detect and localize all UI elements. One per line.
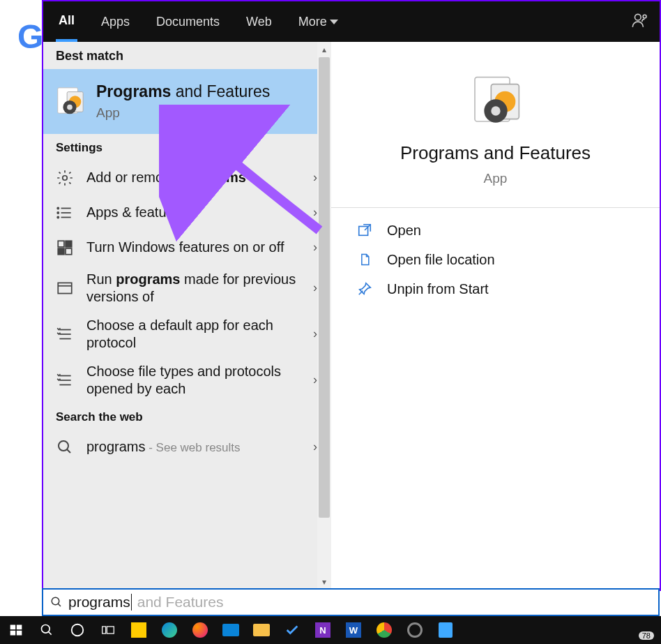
svg-point-35 bbox=[52, 597, 59, 605]
svg-rect-39 bbox=[10, 631, 16, 636]
svg-point-41 bbox=[42, 625, 50, 634]
tab-more[interactable]: More bbox=[296, 1, 341, 42]
best-match-title: Programs and Features App bbox=[96, 82, 321, 121]
section-best-match: Best match bbox=[43, 42, 331, 69]
tab-more-label: More bbox=[298, 15, 327, 29]
settings-item-protocol[interactable]: Choose a default app for each protocol › bbox=[43, 311, 331, 357]
action-open-location[interactable]: Open file location bbox=[356, 251, 635, 268]
settings-item-windows-features[interactable]: Turn Windows features on or off › bbox=[43, 230, 331, 265]
search-suggestion-text: and Features bbox=[137, 594, 224, 611]
defaults-icon bbox=[53, 322, 77, 346]
svg-point-1 bbox=[643, 15, 646, 18]
browser-behind: G bbox=[0, 0, 42, 112]
taskbar-app-onenote[interactable]: N bbox=[312, 620, 333, 641]
section-settings: Settings bbox=[43, 134, 331, 160]
details-subtitle: App bbox=[484, 171, 508, 186]
best-match-title-rest: and Features bbox=[171, 82, 270, 100]
search-typed-text: programs bbox=[68, 594, 132, 611]
svg-rect-17 bbox=[66, 248, 72, 255]
svg-point-32 bbox=[491, 106, 500, 115]
results-column: Best match Programs and Features App bbox=[43, 42, 331, 590]
best-match-subtitle: App bbox=[96, 105, 321, 121]
settings-item-add-remove[interactable]: Add or remove programs › bbox=[43, 160, 331, 195]
user-icon[interactable] bbox=[630, 11, 648, 29]
svg-rect-45 bbox=[107, 627, 114, 634]
svg-point-13 bbox=[57, 216, 59, 218]
window-icon bbox=[53, 276, 77, 300]
taskbar-app-files[interactable] bbox=[435, 620, 456, 641]
open-icon bbox=[356, 222, 373, 239]
settings-item-label: Choose a default app for each protocol bbox=[86, 317, 303, 352]
taskbar-app-mail[interactable] bbox=[220, 620, 241, 641]
details-column: Programs and Features App Open Open file… bbox=[331, 42, 660, 590]
svg-rect-37 bbox=[10, 625, 16, 630]
pin-icon bbox=[356, 280, 373, 297]
chevron-down-icon bbox=[330, 20, 338, 24]
start-button[interactable] bbox=[6, 620, 26, 641]
scrollbar[interactable]: ▴ ▾ bbox=[317, 42, 331, 590]
svg-line-27 bbox=[67, 449, 70, 453]
settings-item-label: Add or remove programs bbox=[86, 169, 303, 186]
svg-point-0 bbox=[635, 14, 641, 20]
svg-point-11 bbox=[57, 207, 59, 209]
details-title: Programs and Features bbox=[400, 142, 591, 164]
taskbar-app-chrome[interactable] bbox=[374, 620, 395, 641]
search-content: Best match Programs and Features App bbox=[43, 42, 660, 590]
svg-rect-18 bbox=[58, 283, 72, 293]
details-actions: Open Open file location Unpin from Start bbox=[331, 208, 660, 311]
notification-badge[interactable]: 78 bbox=[639, 631, 654, 640]
svg-rect-38 bbox=[17, 625, 22, 630]
tab-all[interactable]: All bbox=[56, 1, 77, 42]
svg-rect-14 bbox=[58, 241, 64, 247]
search-panel: All Apps Documents Web More Best match bbox=[42, 0, 661, 591]
taskbar-app-todo[interactable] bbox=[282, 620, 303, 641]
gear-icon bbox=[53, 166, 77, 190]
best-match-result[interactable]: Programs and Features App bbox=[43, 69, 331, 134]
cortana-button[interactable] bbox=[67, 620, 88, 641]
tab-web[interactable]: Web bbox=[243, 1, 275, 42]
settings-item-label: Run programs made for previous versions … bbox=[86, 271, 303, 306]
settings-item-label: Choose file types and protocols opened b… bbox=[86, 363, 303, 398]
checkbox-icon bbox=[53, 236, 77, 260]
scroll-thumb[interactable] bbox=[319, 57, 330, 518]
settings-item-label: Turn Windows features on or off bbox=[86, 239, 303, 256]
web-result[interactable]: programs - See web results › bbox=[43, 430, 331, 465]
action-unpin[interactable]: Unpin from Start bbox=[356, 280, 635, 297]
section-web: Search the web bbox=[43, 403, 331, 430]
search-tabs: All Apps Documents Web More bbox=[43, 1, 660, 42]
defaults-icon bbox=[53, 368, 77, 392]
svg-line-36 bbox=[58, 604, 61, 606]
settings-item-label: Apps & features bbox=[86, 204, 303, 221]
svg-rect-44 bbox=[102, 627, 106, 634]
tab-apps[interactable]: Apps bbox=[98, 1, 132, 42]
scroll-down-icon[interactable]: ▾ bbox=[317, 574, 331, 590]
svg-point-6 bbox=[67, 105, 73, 110]
action-open[interactable]: Open bbox=[356, 222, 635, 239]
taskbar-app-edge[interactable] bbox=[159, 620, 180, 641]
search-icon bbox=[53, 435, 77, 459]
scroll-up-icon[interactable]: ▴ bbox=[317, 42, 331, 57]
svg-point-26 bbox=[59, 441, 68, 451]
taskbar-app-notes[interactable] bbox=[128, 620, 149, 641]
settings-item-filetypes[interactable]: Choose file types and protocols opened b… bbox=[43, 357, 331, 403]
taskbar-app-generic[interactable] bbox=[404, 620, 425, 641]
svg-rect-40 bbox=[17, 631, 22, 636]
svg-point-7 bbox=[63, 175, 68, 180]
action-open-label: Open bbox=[387, 223, 421, 239]
search-input[interactable]: programs and Features bbox=[42, 588, 660, 616]
google-g-letter: G bbox=[17, 17, 43, 56]
details-header: Programs and Features App bbox=[331, 42, 660, 208]
action-unpin-label: Unpin from Start bbox=[387, 281, 489, 297]
programs-features-icon bbox=[468, 73, 524, 128]
taskbar-app-explorer[interactable] bbox=[251, 620, 272, 641]
settings-item-compat[interactable]: Run programs made for previous versions … bbox=[43, 265, 331, 311]
taskbar-search-button[interactable] bbox=[36, 620, 57, 641]
tab-documents[interactable]: Documents bbox=[153, 1, 222, 42]
search-icon bbox=[50, 596, 63, 608]
taskbar-app-word[interactable]: W bbox=[343, 620, 364, 641]
task-view-button[interactable] bbox=[98, 620, 119, 641]
best-match-title-bold: Programs bbox=[96, 82, 171, 100]
settings-item-apps-features[interactable]: Apps & features › bbox=[43, 195, 331, 230]
svg-line-42 bbox=[49, 632, 52, 635]
taskbar-app-firefox[interactable] bbox=[190, 620, 211, 641]
